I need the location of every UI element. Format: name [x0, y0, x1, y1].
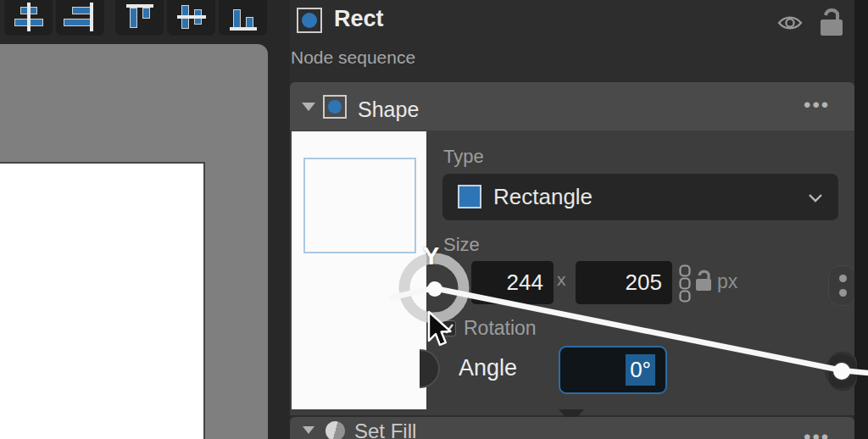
size-scrubber-handle[interactable]	[828, 265, 857, 306]
shape-section-icon	[323, 95, 347, 119]
node-sequence-label: Node sequence	[291, 47, 415, 68]
shape-menu-button[interactable]: •••	[804, 93, 830, 117]
align-center-horizontal-button[interactable]	[4, 0, 53, 36]
shape-collapse-caret-icon[interactable]	[302, 103, 315, 111]
align-bottom-button[interactable]	[219, 0, 267, 36]
lock-open-icon[interactable]	[819, 5, 844, 37]
artboard-page[interactable]	[0, 162, 205, 439]
selection-title: Rect	[334, 6, 384, 32]
rotation-checkbox[interactable]	[440, 320, 456, 336]
align-middle-vertical-button[interactable]	[167, 0, 215, 36]
shape-section-title: Shape	[358, 97, 419, 122]
checkmark-icon	[441, 321, 455, 336]
rect-layer-icon	[297, 8, 322, 33]
link-chain-icon[interactable]	[678, 264, 693, 303]
shape-preview-thumbnail	[292, 131, 426, 409]
angle-input[interactable]: 0°	[559, 346, 667, 394]
fill-menu-button[interactable]: •••	[804, 425, 830, 439]
angle-scrubber-handle[interactable]	[828, 351, 857, 392]
rectangle-swatch-icon	[458, 185, 481, 208]
rotation-label: Rotation	[464, 317, 537, 340]
angle-value-selected: 0°	[626, 354, 655, 386]
align-top-button[interactable]	[115, 0, 164, 36]
size-label: Size	[443, 234, 480, 256]
type-label: Type	[443, 146, 484, 168]
visibility-eye-icon[interactable]	[776, 14, 804, 32]
fill-circle-icon	[326, 421, 345, 439]
size-separator: x	[557, 270, 566, 290]
width-input[interactable]: 244	[471, 261, 554, 304]
shape-type-value: Rectangle	[493, 184, 593, 210]
canvas-area	[0, 44, 268, 439]
app-window: Rect Node sequence Shape ••• Type Rectan…	[0, 0, 868, 439]
align-right-button[interactable]	[56, 0, 104, 36]
handle-dot-icon	[839, 289, 847, 297]
chevron-down-icon	[808, 193, 823, 203]
shape-preview-rect	[303, 158, 416, 253]
shape-type-dropdown[interactable]: Rectangle	[442, 174, 838, 220]
angle-label: Angle	[459, 355, 517, 381]
ratio-lock-open-icon[interactable]	[693, 266, 715, 294]
handle-dot-icon	[839, 275, 847, 282]
fill-collapse-caret-icon[interactable]	[303, 426, 314, 434]
fill-section-title: Set Fill	[354, 420, 416, 439]
height-input[interactable]: 205	[576, 261, 672, 304]
size-unit-label: px	[717, 270, 737, 293]
